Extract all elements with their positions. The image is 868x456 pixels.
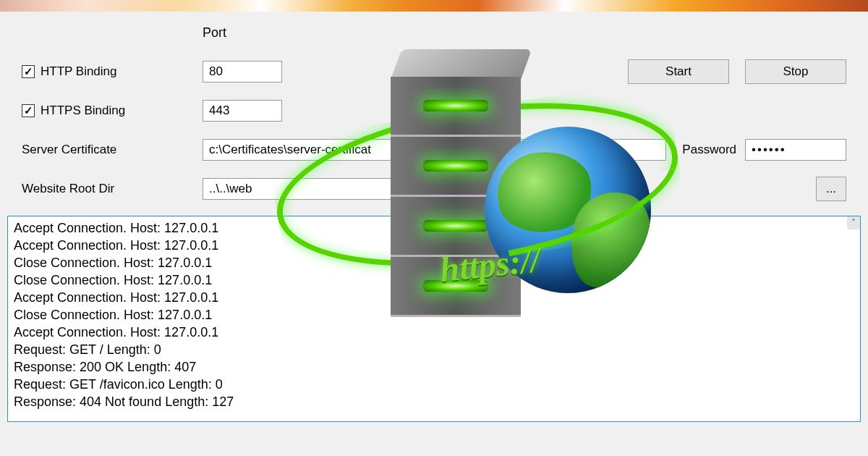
log-line[interactable]: Close Connection. Host: 127.0.0.1	[14, 254, 847, 271]
log-line[interactable]: Accept Connection. Host: 127.0.0.1	[14, 237, 847, 254]
http-binding-checkbox[interactable]	[22, 65, 35, 78]
http-binding-label: HTTP Binding	[41, 64, 117, 79]
start-button[interactable]: Start	[628, 59, 729, 84]
http-binding-row: HTTP Binding Start Stop	[22, 59, 846, 84]
stop-button[interactable]: Stop	[745, 59, 846, 84]
log-line[interactable]: Accept Connection. Host: 127.0.0.1	[14, 324, 847, 341]
root-dir-row: Website Root Dir ...	[22, 177, 846, 201]
log-line[interactable]: Request: GET / Length: 0	[14, 341, 847, 358]
scroll-up-icon[interactable]: ˄	[847, 216, 860, 229]
window-chrome	[0, 0, 868, 12]
root-dir-label: Website Root Dir	[22, 182, 114, 196]
log-listbox[interactable]: ˄ Accept Connection. Host: 127.0.0.1Acce…	[7, 216, 861, 422]
log-line[interactable]: Accept Connection. Host: 127.0.0.1	[14, 289, 847, 306]
http-port-input[interactable]	[203, 61, 282, 83]
browse-button[interactable]: ...	[816, 177, 846, 201]
root-dir-input[interactable]	[203, 178, 592, 200]
log-line[interactable]: Close Connection. Host: 127.0.0.1	[14, 306, 847, 324]
https-binding-row: HTTPS Binding	[22, 98, 846, 123]
log-line[interactable]: Accept Connection. Host: 127.0.0.1	[14, 219, 847, 237]
log-line[interactable]: Request: GET /favicon.ico Length: 0	[14, 376, 847, 393]
password-label: Password	[682, 143, 736, 157]
log-line[interactable]: Close Connection. Host: 127.0.0.1	[14, 271, 847, 289]
log-line[interactable]: Response: 200 OK Length: 407	[14, 358, 847, 376]
config-panel: Port HTTP Binding Start Stop HTTPS Bindi…	[0, 12, 868, 201]
password-input[interactable]	[745, 139, 846, 161]
https-binding-label: HTTPS Binding	[41, 104, 125, 118]
certificate-row: Server Certificate Password	[22, 138, 846, 162]
https-port-input[interactable]	[203, 100, 282, 122]
certificate-path-input[interactable]	[203, 139, 666, 161]
certificate-label: Server Certificate	[22, 143, 116, 157]
log-line[interactable]: Response: 404 Not found Length: 127	[14, 393, 847, 410]
port-column-header: Port	[203, 25, 226, 41]
https-binding-checkbox[interactable]	[22, 104, 35, 117]
